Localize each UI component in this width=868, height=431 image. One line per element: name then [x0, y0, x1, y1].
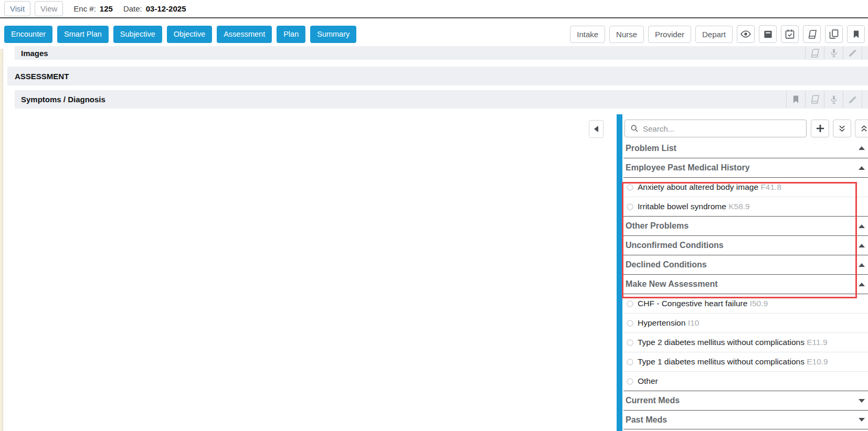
- calendar-check-icon: [785, 29, 795, 39]
- tab-subjective[interactable]: Subjective: [113, 26, 162, 43]
- eye-icon: [740, 29, 751, 39]
- book-cell[interactable]: [805, 46, 824, 60]
- item-label: Anxiety about altered body image F41.8: [638, 182, 781, 192]
- radio-circle[interactable]: [627, 300, 633, 307]
- diagnosis-item-irritable-bowel-syndrome[interactable]: Irritable bowel syndrome K58.9: [623, 197, 868, 216]
- microphone-icon: [829, 48, 839, 58]
- search-box[interactable]: [624, 120, 807, 137]
- section-header-make-new-assessment[interactable]: Make New Assessment: [623, 274, 868, 294]
- tab-smart-plan[interactable]: Smart Plan: [57, 26, 109, 43]
- section-label: Current Meds: [626, 396, 680, 405]
- pencil-icon: [848, 95, 858, 104]
- section-header-unconfirmed-conditions[interactable]: Unconfirmed Conditions: [623, 235, 868, 255]
- diagnosis-item-anxiety-about-altered-body-image[interactable]: Anxiety about altered body image F41.8: [623, 177, 868, 197]
- tab-objective[interactable]: Objective: [167, 26, 212, 43]
- diagnosis-item-type-2-diabetes-mellitus-without-complications[interactable]: Type 2 diabetes mellitus without complic…: [623, 332, 868, 352]
- panel-accent-stripe: [617, 114, 622, 431]
- diagnosis-item-type-1-diabetes-mellitus-without-complications[interactable]: Type 1 diabetes mellitus without complic…: [623, 352, 868, 371]
- chevron-left-icon: [594, 126, 598, 132]
- pencil-cell[interactable]: [843, 90, 862, 109]
- book-icon: [810, 48, 820, 58]
- double-chevron-up-button[interactable]: [855, 120, 868, 137]
- panel-search-row: [623, 114, 868, 138]
- top-bar: Visit View Enc #: 125 Date: 03-12-2025: [0, 0, 868, 18]
- search-input[interactable]: [643, 124, 801, 133]
- tab-encounter[interactable]: Encounter: [4, 26, 52, 43]
- section-header-past-meds[interactable]: Past Meds: [623, 410, 868, 429]
- icd-code: E10.9: [807, 357, 828, 366]
- diagnosis-side-panel: Problem ListEmployee Past Medical Histor…: [589, 114, 868, 431]
- chevron-up-icon[interactable]: [859, 263, 865, 267]
- section-header-declined-conditions[interactable]: Declined Conditions: [623, 255, 868, 274]
- archive-button[interactable]: [759, 25, 777, 43]
- copy-icon: [829, 29, 839, 39]
- intake-button[interactable]: Intake: [570, 26, 605, 43]
- provider-button[interactable]: Provider: [648, 26, 691, 43]
- book-button[interactable]: [803, 25, 821, 43]
- date-value: 03-12-2025: [146, 4, 186, 13]
- chevron-up-icon[interactable]: [859, 244, 865, 247]
- depart-button[interactable]: Depart: [695, 26, 733, 43]
- chevron-up-icon[interactable]: [859, 146, 865, 150]
- drag-handle-cell[interactable]: [862, 90, 868, 109]
- icd-code: I10: [688, 318, 700, 327]
- book-cell[interactable]: [805, 90, 824, 109]
- tab-assessment[interactable]: Assessment: [217, 26, 272, 43]
- toolbar-right-group: IntakeNurseProviderDepart: [570, 25, 865, 43]
- nurse-button[interactable]: Nurse: [609, 26, 644, 43]
- section-header-problem-list[interactable]: Problem List: [623, 138, 868, 158]
- bookmark-button[interactable]: [847, 25, 865, 43]
- section-header-other-problems[interactable]: Other Problems: [623, 216, 868, 235]
- radio-circle[interactable]: [627, 339, 633, 346]
- symptoms-diagnosis-section-bar[interactable]: Symptoms / Diagnosis: [15, 90, 868, 109]
- add-button[interactable]: [811, 120, 829, 137]
- book-icon: [810, 94, 820, 104]
- diagnosis-item-other[interactable]: Other: [623, 371, 868, 391]
- chevron-down-icon[interactable]: [859, 418, 865, 422]
- radio-circle[interactable]: [627, 378, 633, 385]
- view-button[interactable]: View: [35, 1, 63, 16]
- radio-circle[interactable]: [627, 320, 633, 327]
- pencil-cell[interactable]: [843, 46, 862, 60]
- item-label: CHF - Congestive heart failure I50.9: [638, 299, 768, 308]
- add-icon: [815, 123, 825, 134]
- archive-icon: [763, 29, 773, 39]
- diagnosis-item-chf-congestive-heart-failure[interactable]: CHF - Congestive heart failure I50.9: [623, 294, 868, 313]
- panel-content: Problem ListEmployee Past Medical Histor…: [623, 114, 868, 429]
- section-label: Make New Assessment: [626, 279, 718, 289]
- radio-circle[interactable]: [627, 359, 633, 365]
- enc-label: Enc #:: [73, 4, 96, 13]
- diagnosis-item-hypertension[interactable]: Hypertension I10: [623, 313, 868, 332]
- visit-button[interactable]: Visit: [4, 1, 30, 16]
- images-section-bar[interactable]: Images: [15, 46, 868, 60]
- icd-code: E11.9: [807, 338, 827, 347]
- search-icon: [630, 124, 639, 133]
- radio-circle[interactable]: [627, 203, 633, 210]
- copy-button[interactable]: [825, 25, 843, 43]
- images-bar-icons: [805, 46, 868, 60]
- calendar-check-button[interactable]: [781, 25, 799, 43]
- drag-handle-cell[interactable]: [862, 46, 868, 60]
- tab-plan[interactable]: Plan: [277, 26, 305, 43]
- chevron-up-icon[interactable]: [859, 166, 865, 170]
- section-label: Unconfirmed Conditions: [626, 241, 724, 250]
- bookmark-cell[interactable]: [786, 90, 805, 109]
- chevron-down-icon[interactable]: [859, 399, 865, 403]
- assessment-section-title: ASSESSMENT: [7, 72, 69, 81]
- section-header-employee-past-medical-history[interactable]: Employee Past Medical History: [623, 158, 868, 177]
- eye-button[interactable]: [737, 25, 755, 43]
- panel-collapse-button[interactable]: [589, 120, 604, 138]
- section-header-current-meds[interactable]: Current Meds: [623, 391, 868, 410]
- double-chevron-down-button[interactable]: [833, 120, 851, 137]
- symptoms-bar-icons: [786, 90, 868, 109]
- chevron-up-icon[interactable]: [859, 224, 865, 228]
- stage-buttons: IntakeNurseProviderDepart: [570, 26, 733, 43]
- tab-summary[interactable]: Summary: [310, 26, 356, 43]
- item-label: Hypertension I10: [638, 318, 699, 328]
- chevron-up-icon[interactable]: [859, 283, 865, 286]
- main-toolbar: EncounterSmart PlanSubjectiveObjectiveAs…: [0, 19, 868, 49]
- microphone-cell[interactable]: [824, 90, 843, 109]
- radio-circle[interactable]: [627, 184, 633, 191]
- microphone-cell[interactable]: [824, 46, 843, 60]
- assessment-section-bar[interactable]: ASSESSMENT: [7, 67, 868, 85]
